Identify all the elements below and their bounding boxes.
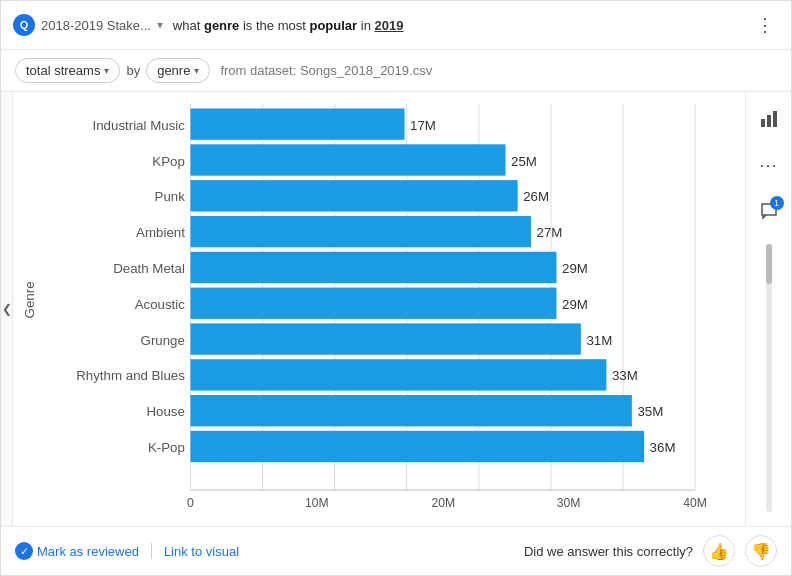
thumbs-down-icon: 👎 xyxy=(751,542,771,561)
footer-left: ✓ Mark as reviewed Link to visual xyxy=(15,542,239,560)
svg-text:K-Pop: K-Pop xyxy=(148,440,185,455)
bar-acoustic[interactable] xyxy=(190,288,556,319)
svg-text:27M: 27M xyxy=(536,225,562,240)
bar-kpop[interactable] xyxy=(190,144,505,175)
bar-grunge[interactable] xyxy=(190,323,580,354)
svg-text:KPop: KPop xyxy=(152,154,185,169)
scrollbar-thumb[interactable] xyxy=(766,244,772,284)
search-icon: Q xyxy=(13,14,35,36)
metric-label: total streams xyxy=(26,63,100,78)
bar-punk[interactable] xyxy=(190,180,517,211)
breadcrumb: 2018-2019 Stake... xyxy=(41,18,151,33)
metric-selector[interactable]: total streams ▾ xyxy=(15,58,120,83)
svg-text:33M: 33M xyxy=(612,368,638,383)
svg-text:29M: 29M xyxy=(562,261,588,276)
more-options-button[interactable]: ··· xyxy=(752,148,786,182)
chart-container: 17M Industrial Music 25M KPop 26M Punk 2… xyxy=(13,100,745,526)
svg-text:17M: 17M xyxy=(410,118,436,133)
chart-svg: 17M Industrial Music 25M KPop 26M Punk 2… xyxy=(13,104,745,526)
bar-rhythm-blues[interactable] xyxy=(190,359,606,390)
svg-text:Acoustic: Acoustic xyxy=(135,297,186,312)
footer: ✓ Mark as reviewed Link to visual Did we… xyxy=(1,526,791,575)
query-year: 2019 xyxy=(375,18,404,33)
link-to-visual-button[interactable]: Link to visual xyxy=(164,544,239,559)
collapse-icon: ❮ xyxy=(2,302,12,316)
svg-text:House: House xyxy=(146,404,184,419)
by-label: by xyxy=(126,63,140,78)
dimension-chevron-icon: ▾ xyxy=(194,65,199,76)
dimension-label: genre xyxy=(157,63,190,78)
sidebar-collapse-button[interactable]: ❮ xyxy=(1,92,13,526)
bar-house[interactable] xyxy=(190,395,631,426)
comments-button[interactable]: 1 xyxy=(752,194,786,228)
svg-text:Death Metal: Death Metal xyxy=(113,261,185,276)
svg-text:26M: 26M xyxy=(523,189,549,204)
svg-text:25M: 25M xyxy=(511,154,537,169)
bar-death-metal[interactable] xyxy=(190,252,556,283)
dataset-label: from dataset: Songs_2018_2019.csv xyxy=(220,63,432,78)
svg-rect-37 xyxy=(773,111,777,127)
svg-text:Rhythm and Blues: Rhythm and Blues xyxy=(76,368,185,383)
answer-question-label: Did we answer this correctly? xyxy=(524,544,693,559)
svg-text:30M: 30M xyxy=(557,496,581,510)
thumbs-up-button[interactable]: 👍 xyxy=(703,535,735,567)
footer-divider xyxy=(151,543,152,559)
svg-text:Ambient: Ambient xyxy=(136,225,185,240)
svg-rect-36 xyxy=(767,115,771,127)
right-panel: ··· 1 xyxy=(745,92,791,526)
svg-text:Genre: Genre xyxy=(22,281,37,318)
svg-text:0: 0 xyxy=(187,496,194,510)
svg-text:35M: 35M xyxy=(637,404,663,419)
svg-text:31M: 31M xyxy=(586,333,612,348)
bar-industrial-music[interactable] xyxy=(190,108,404,139)
query-text: what genre is the most popular in 2019 xyxy=(173,18,404,33)
comments-badge: 1 xyxy=(770,196,784,210)
query-genre-keyword: genre xyxy=(204,18,239,33)
metric-chevron-icon: ▾ xyxy=(104,65,109,76)
svg-text:29M: 29M xyxy=(562,297,588,312)
main-content: ❮ 17M xyxy=(1,92,791,526)
dimension-selector[interactable]: genre ▾ xyxy=(146,58,210,83)
footer-right: Did we answer this correctly? 👍 👎 xyxy=(524,535,777,567)
thumbs-up-icon: 👍 xyxy=(709,542,729,561)
svg-text:10M: 10M xyxy=(305,496,329,510)
bar-k-pop[interactable] xyxy=(190,431,644,462)
controls-bar: total streams ▾ by genre ▾ from dataset:… xyxy=(1,50,791,92)
header-right: ⋮ xyxy=(751,11,779,39)
check-icon: ✓ xyxy=(15,542,33,560)
chart-type-button[interactable] xyxy=(752,102,786,136)
svg-text:36M: 36M xyxy=(650,440,676,455)
header: Q 2018-2019 Stake... ▾ what genre is the… xyxy=(1,1,791,50)
svg-text:20M: 20M xyxy=(431,496,455,510)
breadcrumb-chevron-icon[interactable]: ▾ xyxy=(157,18,163,32)
svg-text:Grunge: Grunge xyxy=(141,333,185,348)
bar-ambient[interactable] xyxy=(190,216,530,247)
kebab-menu-button[interactable]: ⋮ xyxy=(751,11,779,39)
header-left: Q 2018-2019 Stake... ▾ what genre is the… xyxy=(13,14,751,36)
query-popular-keyword: popular xyxy=(309,18,357,33)
mark-as-reviewed-button[interactable]: Mark as reviewed xyxy=(37,544,139,559)
svg-text:Punk: Punk xyxy=(155,189,186,204)
main-card: Q 2018-2019 Stake... ▾ what genre is the… xyxy=(0,0,792,576)
svg-rect-35 xyxy=(761,119,765,127)
thumbs-down-button[interactable]: 👎 xyxy=(745,535,777,567)
scrollbar-track xyxy=(766,244,772,512)
svg-text:Industrial Music: Industrial Music xyxy=(93,118,186,133)
chart-area: 17M Industrial Music 25M KPop 26M Punk 2… xyxy=(13,92,745,526)
svg-text:40M: 40M xyxy=(683,496,707,510)
more-icon: ··· xyxy=(759,155,777,176)
